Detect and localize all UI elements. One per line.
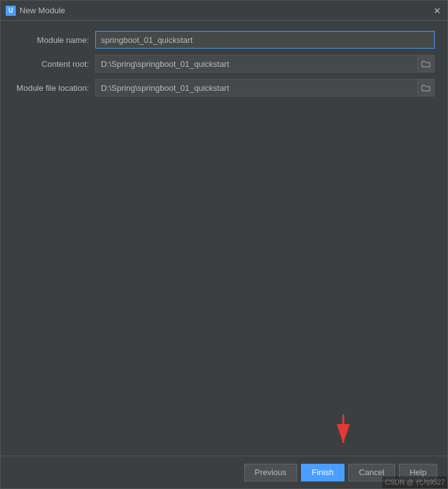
module-file-location-row: Module file location:: [13, 79, 435, 97]
title-bar: U New Module ✕: [1, 1, 447, 21]
button-bar: Previous Finish Cancel Help: [1, 456, 447, 488]
module-file-location-label: Module file location:: [13, 83, 95, 93]
module-file-location-browse-button[interactable]: [417, 79, 435, 97]
module-name-label: Module name:: [13, 35, 95, 45]
module-name-row: Module name:: [13, 31, 435, 49]
dialog-content: Module name: Content root: Module file l…: [1, 21, 447, 456]
watermark: CSDN @ 代与9527: [382, 476, 447, 488]
module-name-input-wrapper: [95, 31, 435, 49]
content-root-input[interactable]: [95, 55, 435, 73]
module-file-location-input[interactable]: [95, 79, 435, 97]
dialog-icon: U: [6, 6, 16, 16]
module-file-location-input-wrapper: [95, 79, 435, 97]
arrow-annotation: [324, 411, 356, 449]
module-name-input[interactable]: [95, 31, 435, 49]
finish-button[interactable]: Finish: [301, 464, 345, 481]
new-module-dialog: U New Module ✕ Module name: Content root…: [0, 0, 448, 489]
content-root-input-wrapper: [95, 55, 435, 73]
content-root-label: Content root:: [13, 59, 95, 69]
previous-button[interactable]: Previous: [244, 464, 298, 481]
close-button[interactable]: ✕: [432, 6, 442, 16]
dialog-title: New Module: [20, 6, 432, 15]
content-root-browse-button[interactable]: [417, 55, 435, 73]
content-root-row: Content root:: [13, 55, 435, 73]
